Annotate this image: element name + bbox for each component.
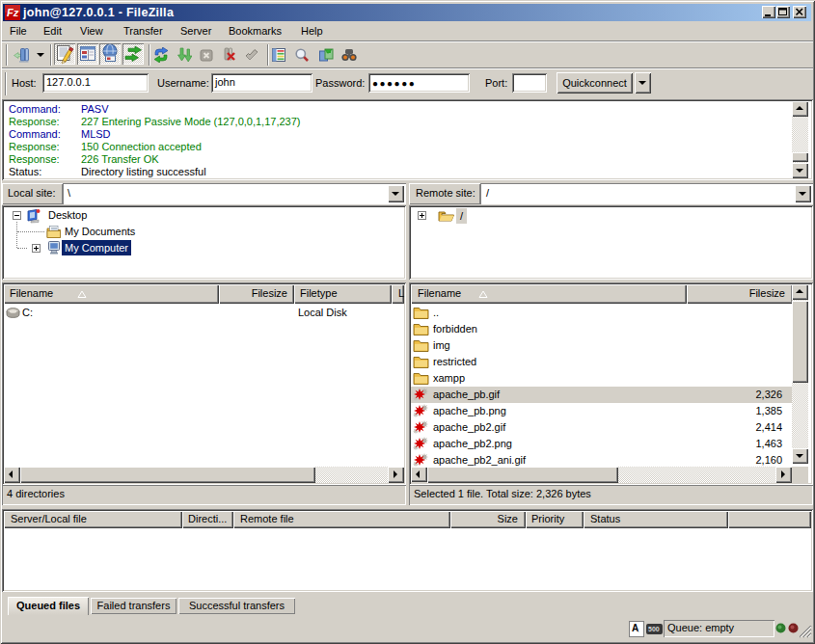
svg-text:Fz: Fz <box>7 7 19 18</box>
